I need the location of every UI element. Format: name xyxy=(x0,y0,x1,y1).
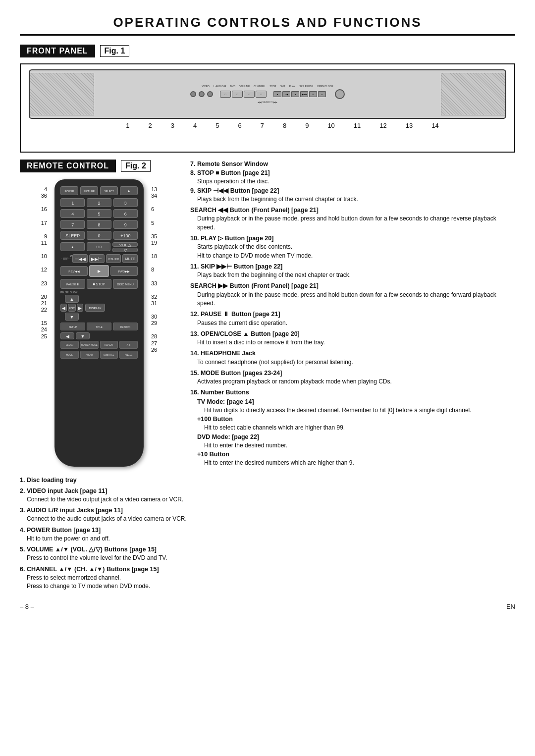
num-0[interactable]: 0 xyxy=(87,231,111,240)
mode-button[interactable]: MODE xyxy=(60,351,79,359)
disc-menu-button[interactable]: DISC MENU xyxy=(113,279,138,289)
plus10-button[interactable]: +10 xyxy=(87,242,111,251)
item16-sub3-body: Hit to enter the desired number. xyxy=(204,441,515,450)
clear-button[interactable]: CLEAR xyxy=(60,341,79,349)
front-panel-header: FRONT PANEL Fig. 1 xyxy=(20,45,515,57)
item6-body1: Press to select memorized channel. xyxy=(27,574,515,582)
rev-button[interactable]: REV◀◀ xyxy=(60,266,88,276)
nav-left2[interactable]: ◀ xyxy=(60,332,74,339)
nav-row[interactable]: ▲ ◀ ENT ▶ ▼ DISPLAY xyxy=(60,295,138,321)
vol-up[interactable]: VOL △ xyxy=(112,242,138,247)
nav-up-arrow[interactable]: ▲ xyxy=(65,295,79,303)
stop-row[interactable]: PAUSE⏸ ■ STOP DISC MENU xyxy=(60,279,138,289)
clear-row[interactable]: CLEAR SEARCH MODE REPEAT A-B xyxy=(60,341,138,349)
front-panel-diagram: VIDEO L-AUDIO-R DVD VOLUME CHANNEL STOP … xyxy=(20,63,515,153)
item4-header: 4. POWER Button [page 13] xyxy=(20,526,515,535)
play-row[interactable]: REV◀◀ ▶ FWD▶▶ xyxy=(60,265,138,277)
angle-button[interactable]: ANGLE xyxy=(119,351,138,359)
item9-header: 9. SKIP ⊣◀◀ Button [page 22] xyxy=(190,186,515,195)
stop-button[interactable]: ■ STOP xyxy=(87,279,111,289)
setup-row[interactable]: SETUP TITLE RETURN xyxy=(60,323,138,330)
plus100-button[interactable]: +100 xyxy=(113,231,138,240)
ch-arrow-up[interactable]: ▲CH. xyxy=(60,242,85,251)
remote-body: POWER PICTURE SELECT ▲ 1 2 3 4 5 6 7 8 9 xyxy=(54,179,144,467)
item8-header: 8. STOP ■ Button [page 21] xyxy=(190,168,515,177)
num-6[interactable]: 6 xyxy=(113,209,138,218)
remote-label: REMOTE CONTROL xyxy=(20,160,116,172)
item6-body2: Press to change to TV mode when DVD mode… xyxy=(27,582,515,591)
num-1[interactable]: 1 xyxy=(60,198,85,207)
fp-transport-buttons: ■ ⊣◀ ▶ ▶▶⊢ ⏸ ▲ xyxy=(273,91,326,97)
power-button[interactable]: POWER xyxy=(60,186,78,195)
nav-left-arrow[interactable]: ◀ xyxy=(60,304,67,312)
play-button[interactable]: ▶ xyxy=(89,265,109,277)
item-list: 7. Remote Sensor Window 8. STOP ■ Button… xyxy=(190,160,515,468)
fp-jacks: □ □ □ □ ■ ⊣◀ ▶ ▶▶⊢ ⏸ ▲ xyxy=(190,89,345,99)
skip-back-button[interactable]: ⊣◀◀ xyxy=(72,254,88,263)
page-title: OPERATING CONTROLS AND FUNCTIONS xyxy=(20,15,515,36)
front-panel-image: VIDEO L-AUDIO-R DVD VOLUME CHANNEL STOP … xyxy=(29,69,506,119)
nav-right-arrow[interactable]: ▶ xyxy=(77,304,83,312)
headphone-jack xyxy=(335,89,345,99)
page-number: – 8 – xyxy=(20,603,34,610)
num-7[interactable]: 7 xyxy=(60,220,85,229)
remote-top-buttons[interactable]: POWER PICTURE SELECT ▲ xyxy=(60,186,138,195)
num-3[interactable]: 3 xyxy=(113,198,138,207)
item12-body: Pauses the current disc operation. xyxy=(197,319,515,327)
num-2[interactable]: 2 xyxy=(87,198,111,207)
num-4[interactable]: 4 xyxy=(60,209,85,218)
ab-button[interactable]: A-B xyxy=(119,341,138,349)
item16-sub4-body: Hit to enter the desired numbers which a… xyxy=(204,459,515,467)
item3-header: 3. AUDIO L/R input Jacks [page 11] xyxy=(20,506,515,515)
fwd-button[interactable]: FWD▶▶ xyxy=(110,266,138,276)
item2-body: Connect to the video output jack of a vi… xyxy=(27,495,515,504)
sleep-button[interactable]: SLEEP xyxy=(60,231,85,240)
item2-header: 2. VIDEO input Jack [page 11] xyxy=(20,486,515,495)
item5-header: 5. VOLUME ▲/▼ (VOL. △/▽) Buttons [page 1… xyxy=(20,545,515,554)
item9b-body: During playback or in the pause mode, pr… xyxy=(197,215,515,232)
enter-button[interactable]: ENT xyxy=(68,304,76,312)
item16-header: 16. Number Buttons xyxy=(190,388,515,397)
ch-nav-bottom[interactable]: ◀ ▼ xyxy=(60,332,138,339)
num-8[interactable]: 8 xyxy=(87,220,111,229)
open-close-button[interactable]: ▲ xyxy=(120,186,138,195)
num-9[interactable]: 9 xyxy=(113,220,138,229)
front-panel-fig: Fig. 1 xyxy=(100,45,130,57)
vol-down[interactable]: ▽ xyxy=(112,248,138,252)
picture-button[interactable]: PICTURE xyxy=(80,186,98,195)
repeat-button[interactable]: REPEAT xyxy=(100,341,118,349)
setup-button[interactable]: SETUP xyxy=(60,323,85,330)
num-5[interactable]: 5 xyxy=(87,209,111,218)
skip-fwd-button[interactable]: ▶▶⊢ xyxy=(89,254,105,263)
nav-down-arrow[interactable]: ▼ xyxy=(65,313,79,321)
jack-3 xyxy=(207,91,213,97)
number-grid[interactable]: 1 2 3 4 5 6 7 8 9 SLEEP 0 +100 xyxy=(60,198,138,240)
item11-body: Plays back from the beginning of the nex… xyxy=(197,271,515,279)
bottom-left-items: 1. Disc loading tray 2. VIDEO input Jack… xyxy=(20,476,515,591)
mode-row[interactable]: MODE AUDIO SUBTITLE ANGLE xyxy=(60,351,138,359)
pause-button[interactable]: PAUSE⏸ xyxy=(60,279,85,289)
item3-body: Connect to the audio output jacks of a v… xyxy=(27,515,515,523)
item15-body: Activates program playback or random pla… xyxy=(197,378,515,386)
remote-right-numbers: 1334 6 5 3519 18 8 33 3231 3029 282726 xyxy=(151,186,178,360)
vsurr-button[interactable]: V.SURR xyxy=(106,254,121,263)
footer: – 8 – EN xyxy=(20,603,515,610)
return-button[interactable]: RETURN xyxy=(113,323,138,330)
audio-button[interactable]: AUDIO xyxy=(80,351,99,359)
title-button[interactable]: TITLE xyxy=(87,323,111,330)
remote-fig: Fig. 2 xyxy=(121,160,151,172)
select-button[interactable]: SELECT xyxy=(100,186,118,195)
search-mode-button[interactable]: SEARCH MODE xyxy=(80,341,99,349)
speaker-left xyxy=(30,73,94,115)
jack-1 xyxy=(190,91,196,97)
nav-down2[interactable]: ▼ xyxy=(76,332,90,339)
vol-ch-row[interactable]: ▲CH. +10 VOL △ ▽ xyxy=(60,242,138,252)
subtitle-button[interactable]: SUBTITLE xyxy=(100,351,118,359)
fp-top-labels: VIDEO L-AUDIO-R DVD VOLUME CHANNEL STOP … xyxy=(202,85,333,88)
item16-sub1-body: Hit two digits to directly access the de… xyxy=(204,406,515,415)
speaker-right xyxy=(441,73,505,115)
display-button[interactable]: DISPLAY xyxy=(85,304,105,312)
mute-button[interactable]: MUTE xyxy=(122,254,138,263)
right-column: 7. Remote Sensor Window 8. STOP ■ Button… xyxy=(190,160,515,468)
item9b-header: SEARCH ◀◀ Button (Front Panel) [page 21] xyxy=(190,206,515,215)
